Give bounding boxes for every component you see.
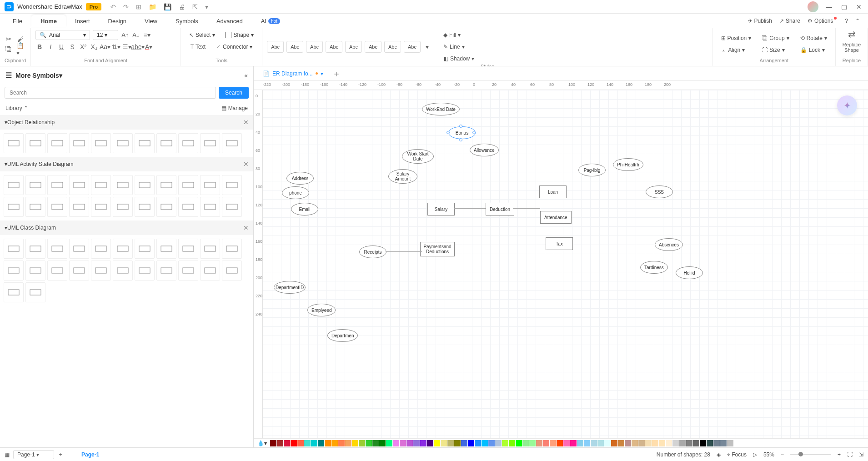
color-swatch[interactable] [666,440,672,446]
symbol-item[interactable] [47,133,67,153]
symbol-item[interactable] [200,239,220,259]
symbol-item[interactable] [91,261,111,281]
symbol-item[interactable] [91,197,111,217]
symbol-item[interactable] [113,239,133,259]
shape-deduction[interactable]: Deduction [486,203,514,215]
style-preset-3[interactable]: Abc [306,41,323,53]
line-button[interactable]: ✎ Line ▾ [440,42,478,52]
color-swatch[interactable] [495,440,502,446]
superscript-icon[interactable]: X² [79,43,87,51]
page-tab[interactable]: Page-1 [81,451,99,458]
color-swatch[interactable] [672,440,679,446]
symbol-item[interactable] [178,175,198,195]
symbol-item[interactable] [135,261,155,281]
symbol-item[interactable] [69,197,89,217]
color-swatch[interactable] [570,440,577,446]
color-swatch[interactable] [659,440,665,446]
symbol-item[interactable] [156,133,176,153]
canvas[interactable]: ✦ WorkEnd Date Bonus Allowance Work Star… [263,90,868,438]
symbol-item[interactable] [156,261,176,281]
color-swatch[interactable] [679,440,686,446]
color-swatch[interactable] [543,440,549,446]
shape-holiday[interactable]: Holiid [676,266,703,279]
minimize-button[interactable]: — [824,3,834,10]
symbol-item[interactable] [69,133,89,153]
color-swatch[interactable] [604,440,611,446]
symbol-item[interactable] [25,133,45,153]
shape-tax[interactable]: Tax [546,237,573,250]
spacing-icon[interactable]: ⇅▾ [112,43,120,51]
ai-assistant-button[interactable]: ✦ [837,95,857,115]
color-swatch[interactable] [652,440,658,446]
symbol-item[interactable] [69,175,89,195]
color-swatch[interactable] [352,440,358,446]
symbol-item[interactable] [91,133,111,153]
symbol-item[interactable] [4,133,24,153]
color-swatch[interactable] [707,440,713,446]
color-swatch[interactable] [713,440,720,446]
color-swatch[interactable] [591,440,597,446]
shape-attendance[interactable]: Attendance [540,211,572,224]
symbol-item[interactable] [156,197,176,217]
symbol-item[interactable] [47,175,67,195]
color-swatch[interactable] [284,440,290,446]
symbol-item[interactable] [135,133,155,153]
case-icon[interactable]: Aa▾ [101,43,109,51]
close-section-icon[interactable]: ✕ [243,224,249,231]
search-button[interactable]: Search [219,87,249,99]
symbol-item[interactable] [25,239,45,259]
shape-workend[interactable]: WorkEnd Date [422,103,460,115]
color-swatch[interactable] [611,440,617,446]
symbol-item[interactable] [135,239,155,259]
shadow-button[interactable]: ◧ Shadow ▾ [440,54,478,64]
fill-button[interactable]: ◆ Fill ▾ [440,30,478,40]
color-swatch[interactable] [625,440,631,446]
shape-address[interactable]: Address [286,172,314,185]
section-uml-activity[interactable]: ▾ UML Activity State Diagram✕ [0,157,253,171]
zoom-out-button[interactable]: − [781,451,784,458]
symbol-item[interactable] [156,239,176,259]
zoom-slider[interactable] [790,454,831,455]
list-icon[interactable]: ☰▾ [123,43,131,51]
close-button[interactable]: ✕ [854,3,863,10]
select-tool[interactable]: ↖ Select ▾ [186,30,219,40]
shape-pagibig[interactable]: Pag-ibig [578,164,606,176]
symbol-item[interactable] [4,239,24,259]
color-swatch[interactable] [270,440,276,446]
style-preset-8[interactable]: Abc [404,41,421,53]
manage-button[interactable]: ▤ Manage [221,105,248,111]
color-swatch[interactable] [488,440,495,446]
shape-salaryamt[interactable]: Salary Amount [388,169,417,184]
section-object-relationship[interactable]: ▾ Object Relationship✕ [0,115,253,130]
color-swatch[interactable] [325,440,331,446]
user-avatar[interactable] [808,1,818,12]
color-swatch[interactable] [277,440,283,446]
lock-button[interactable]: 🔒 Lock ▾ [797,45,831,55]
color-swatch[interactable] [482,440,488,446]
present-icon[interactable]: ▷ [753,451,757,458]
shape-tardiness[interactable]: Tardiness [640,261,668,274]
page-select[interactable]: Page-1 ▾ [13,450,54,459]
shape-employed[interactable]: Emplyeed [307,304,336,316]
align-para-icon[interactable]: ≡▾ [143,31,151,39]
color-swatch[interactable] [420,440,426,446]
symbol-item[interactable] [47,239,67,259]
color-swatch[interactable] [563,440,570,446]
color-swatch[interactable] [461,440,467,446]
shape-receipts[interactable]: Receipts [359,246,386,258]
color-swatch[interactable] [379,440,386,446]
increase-font-icon[interactable]: A↑ [121,31,129,39]
shape-philhealth[interactable]: PhilHealtrh [613,158,643,171]
page-view-icon[interactable]: ▦ [5,451,10,458]
color-swatch[interactable] [372,440,379,446]
color-swatch[interactable] [291,440,297,446]
color-swatch[interactable] [468,440,474,446]
undo-icon[interactable]: ↶ [110,3,116,10]
paste-icon[interactable]: 📋▾ [16,45,25,53]
qat-dropdown-icon[interactable]: ▾ [205,3,208,10]
symbol-item[interactable] [178,239,198,259]
symbol-item[interactable] [4,282,24,302]
symbol-item[interactable] [4,197,24,217]
connector-tool[interactable]: ⟋ Connector ▾ [212,42,256,52]
color-swatch[interactable] [727,440,733,446]
